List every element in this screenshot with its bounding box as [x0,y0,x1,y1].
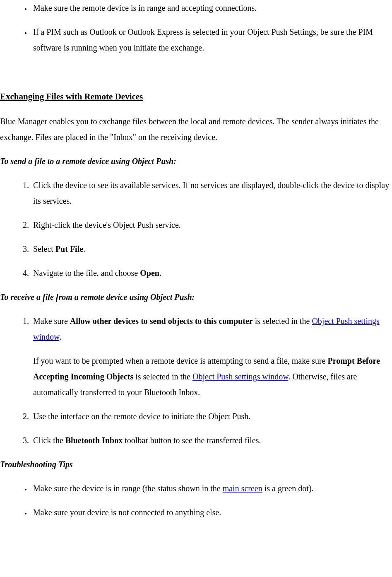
text: . [83,244,85,253]
list-item: Make sure your device is not connected t… [31,505,392,520]
intro-paragraph: Blue Manager enables you to exchange fil… [0,113,392,145]
bold-text: Put File [55,244,83,253]
receive-subheading: To receive a file from a remote device u… [0,289,392,305]
text: Click the [33,436,65,445]
troubleshoot-bullet-list: Make sure the device is in range (the st… [0,480,392,520]
list-item: Use the interface on the remote device t… [31,408,392,424]
list-item: Navigate to the file, and choose Open. [31,265,392,281]
list-item: Click the Bluetooth Inbox toolbar button… [31,432,392,448]
list-item: Click the device to see its available se… [31,177,392,209]
send-steps-list: Click the device to see its available se… [0,177,392,281]
top-bullet-list: Make sure the remote device is in range … [0,0,392,56]
bold-text: Open [140,268,159,278]
text: . [59,332,61,341]
text: is a green dot). [262,484,314,493]
list-item: Make sure the device is in range (the st… [31,480,392,496]
text: . [159,268,161,278]
text: If you want to be prompted when a remote… [33,356,327,365]
list-item: Make sure the remote device is in range … [31,0,392,16]
main-screen-link[interactable]: main screen [223,484,262,493]
send-subheading: To send a file to a remote device using … [0,153,392,169]
list-item: Select Put File. [31,241,392,257]
list-item: Right-click the device's Object Push ser… [31,217,392,233]
section-heading: Exchanging Files with Remote Devices [0,89,392,105]
note-paragraph: If you want to be prompted when a remote… [33,353,392,400]
text: Make sure the device is in range (the st… [33,484,223,493]
bold-text: Allow other devices to send objects to t… [70,316,253,326]
text: Make sure [33,316,70,326]
bold-text: Bluetooth Inbox [65,436,123,445]
troubleshoot-subheading: Troubleshooting Tips [0,456,392,472]
object-push-settings-link[interactable]: Object Push settings window [192,372,288,381]
text: is selected in the [133,372,192,381]
text: Navigate to the file, and choose [33,268,140,278]
receive-steps-list: Make sure Allow other devices to send ob… [0,313,392,448]
text: Select [33,244,55,253]
text: toolbar button to see the transferred fi… [123,436,261,445]
list-item: If a PIM such as Outlook or Outlook Expr… [31,24,392,56]
text: is selected in the [253,316,312,326]
list-item: Make sure Allow other devices to send ob… [31,313,392,400]
